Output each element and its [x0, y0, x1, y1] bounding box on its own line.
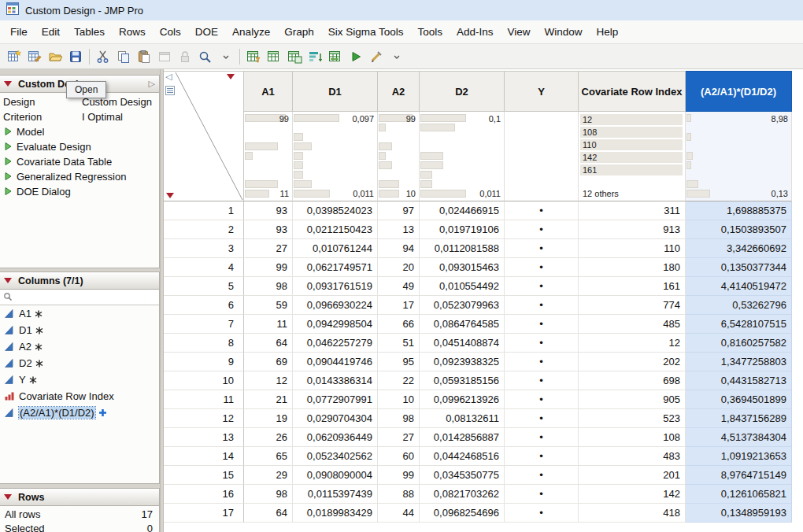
cell-a1[interactable]: 98 [244, 277, 293, 296]
row-number[interactable]: 16 [164, 485, 244, 504]
cell-a2-a1-d1-d2[interactable]: 4,5137384304 [686, 428, 792, 447]
cell-d2[interactable]: 0,0442468516 [420, 447, 505, 466]
cell-a1[interactable]: 12 [244, 371, 293, 390]
red-triangle-menu-icon[interactable] [4, 494, 12, 500]
cell-a2[interactable]: 49 [378, 277, 420, 296]
cell-y[interactable]: • [505, 258, 579, 277]
collapse-arrow-icon[interactable]: ▷ [149, 79, 155, 89]
subset-icon[interactable] [285, 47, 304, 66]
cell-y[interactable]: • [505, 447, 579, 466]
cell-covariate-row-index[interactable]: 202 [579, 353, 686, 371]
cell-d2[interactable]: 0,0821703262 [420, 485, 505, 504]
row-number[interactable]: 14 [164, 447, 244, 466]
sort-icon[interactable] [305, 47, 324, 66]
cell-covariate-row-index[interactable]: 483 [579, 447, 686, 466]
row-number[interactable]: 9 [164, 353, 244, 371]
column-item-a2[interactable]: A2 [0, 338, 159, 355]
column-header-y[interactable]: Y [505, 71, 579, 112]
cell-covariate-row-index[interactable]: 913 [579, 220, 686, 239]
run-script-icon[interactable] [346, 47, 365, 66]
cell-a2[interactable]: 10 [378, 390, 420, 409]
cell-d1[interactable]: 0,0398524023 [293, 201, 378, 220]
cell-covariate-row-index[interactable]: 774 [579, 296, 686, 315]
row-number[interactable]: 4 [164, 258, 244, 277]
cell-d1[interactable]: 0,0290704304 [293, 409, 378, 428]
cell-a2[interactable]: 17 [378, 296, 420, 315]
cell-covariate-row-index[interactable]: 108 [579, 428, 686, 447]
cell-a2[interactable]: 99 [378, 466, 420, 485]
cell-a2-a1-d1-d2[interactable]: 1,3477258803 [686, 353, 792, 371]
cell-a2[interactable]: 20 [378, 258, 420, 277]
cell-a2-a1-d1-d2[interactable]: 1,0919213653 [686, 447, 792, 466]
cell-a1[interactable]: 64 [244, 504, 293, 523]
cell-a2-a1-d1-d2[interactable]: 1,8437156289 [686, 409, 792, 428]
row-number[interactable]: 8 [164, 334, 244, 353]
row-number[interactable]: 2 [164, 220, 244, 239]
column-header-a2-a1-d1-d2[interactable]: (A2/A1)*(D1/D2) [686, 71, 792, 112]
cell-y[interactable]: • [505, 296, 579, 315]
cell-d2[interactable]: 0,010554492 [420, 277, 505, 296]
cut-icon[interactable] [94, 47, 113, 66]
cell-a2[interactable]: 51 [378, 334, 420, 353]
menu-view[interactable]: View [501, 20, 538, 43]
data-filter-icon[interactable] [244, 47, 263, 66]
cell-a1[interactable]: 29 [244, 466, 293, 485]
column-histogram-y[interactable] [505, 112, 579, 201]
cell-covariate-row-index[interactable]: 201 [579, 466, 686, 485]
cell-d2[interactable]: 0,0996213926 [420, 390, 505, 409]
cell-d1[interactable]: 0,0942998504 [293, 315, 378, 334]
cell-a1[interactable]: 21 [244, 390, 293, 409]
column-histogram-a2-a1-d1-d2[interactable]: 8,980,13 [686, 112, 792, 201]
cell-a2[interactable]: 94 [378, 239, 420, 258]
cell-a1[interactable]: 11 [244, 315, 293, 334]
column-item-covariate-row-index[interactable]: Covariate Row Index [0, 388, 159, 405]
search-icon[interactable] [196, 47, 215, 66]
column-header-covariate-row-index[interactable]: Covariate Row Index [579, 71, 686, 112]
menu-file[interactable]: File [3, 20, 35, 43]
design-item-evaluate-design[interactable]: Evaluate Design [0, 139, 159, 154]
cell-d1[interactable]: 0,0462257279 [293, 334, 378, 353]
menu-tools[interactable]: Tools [410, 20, 450, 43]
cell-covariate-row-index[interactable]: 161 [579, 277, 686, 296]
cell-a1[interactable]: 26 [244, 428, 293, 447]
cell-d2[interactable]: 0,0345350775 [420, 466, 505, 485]
cell-y[interactable]: • [505, 277, 579, 296]
cell-d2[interactable]: 0,0142856887 [420, 428, 505, 447]
cell-a2-a1-d1-d2[interactable]: 0,4431582713 [686, 371, 792, 390]
cell-d1[interactable]: 0,0189983429 [293, 504, 378, 523]
open-icon[interactable] [46, 47, 65, 66]
cell-d1[interactable]: 0,0143386314 [293, 371, 378, 390]
disclosure-arrow-icon[interactable] [5, 124, 17, 139]
cell-covariate-row-index[interactable]: 905 [579, 390, 686, 409]
cell-y[interactable]: • [505, 220, 579, 239]
cell-covariate-row-index[interactable]: 180 [579, 258, 686, 277]
cell-y[interactable]: • [505, 353, 579, 371]
cell-d1[interactable]: 0,0772907991 [293, 390, 378, 409]
overflow-caret-icon[interactable] [216, 47, 235, 66]
cell-a2[interactable]: 27 [378, 428, 420, 447]
column-item-a2-a1-d1-d2[interactable]: (A2/A1)*(D1/D2) [0, 405, 159, 421]
cell-a2-a1-d1-d2[interactable]: 3,342660692 [686, 239, 792, 258]
save-icon[interactable] [66, 47, 85, 66]
cell-d1[interactable]: 0,0904419746 [293, 353, 378, 371]
cell-covariate-row-index[interactable]: 142 [579, 485, 686, 504]
column-header-a1[interactable]: A1 [244, 71, 293, 112]
cell-a2[interactable]: 22 [378, 371, 420, 390]
cell-a1[interactable]: 99 [244, 258, 293, 277]
cell-a2-a1-d1-d2[interactable]: 0,1348959193 [686, 504, 792, 523]
row-number[interactable]: 10 [164, 371, 244, 390]
design-item-generalized-regression[interactable]: Generalized Regression [0, 169, 159, 184]
cell-a2[interactable]: 95 [378, 353, 420, 371]
cell-a2[interactable]: 13 [378, 220, 420, 239]
new-journal-icon[interactable] [25, 47, 44, 66]
menu-window[interactable]: Window [538, 20, 590, 43]
cell-covariate-row-index[interactable]: 418 [579, 504, 686, 523]
cell-a2[interactable]: 66 [378, 315, 420, 334]
cell-a1[interactable]: 93 [244, 201, 293, 220]
cell-d2[interactable]: 0,0968254696 [420, 504, 505, 523]
cell-d2[interactable]: 0,0112081588 [420, 239, 505, 258]
cell-covariate-row-index[interactable]: 523 [579, 409, 686, 428]
cell-d1[interactable]: 0,0908090004 [293, 466, 378, 485]
new-data-table-icon[interactable] [5, 47, 24, 66]
cell-a2[interactable]: 88 [378, 485, 420, 504]
